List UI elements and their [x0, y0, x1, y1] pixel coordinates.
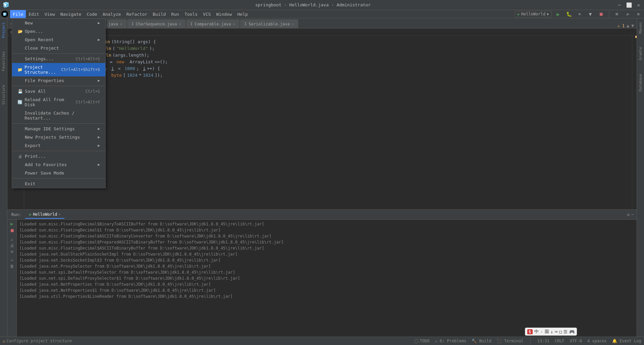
menu-item-export[interactable]: Export ▶: [12, 141, 105, 150]
tab-label-4: Comparable.java: [195, 22, 231, 26]
status-line-ending[interactable]: CRLF: [555, 339, 565, 343]
submenu-arrow-ide: ▶: [98, 127, 100, 131]
menu-item-invalidate-caches[interactable]: Invalidate Caches / Restart...: [12, 109, 105, 122]
print-btn[interactable]: 🖨: [10, 243, 14, 248]
menu-edit[interactable]: Edit: [26, 10, 42, 18]
console-line: [Loaded sun.net.spi.DefaultProxySelector…: [19, 275, 634, 281]
ime-toolbar: S 中 · 圆 ↓ ⌨ □ ☰ 🎮: [525, 328, 577, 336]
tab-charsequence[interactable]: I CharSequence.java ✕: [127, 19, 185, 28]
notification-icon[interactable]: 🔔 Event Log: [612, 339, 641, 343]
window-controls[interactable]: ─ ⬜ ✕: [616, 2, 641, 8]
menu-item-manage-ide[interactable]: Manage IDE Settings ▶: [12, 125, 105, 133]
code-content[interactable]: @ public static void main (String[] args…: [31, 36, 632, 209]
tab-serializable[interactable]: I Serializable.java ✕: [240, 19, 298, 28]
menu-item-open-recent[interactable]: Open Recent ▶: [12, 36, 105, 44]
stop-run-btn[interactable]: ⏹: [10, 228, 14, 233]
database-label[interactable]: Database: [638, 71, 643, 94]
ime-tools[interactable]: 🎮: [569, 329, 575, 334]
console-output[interactable]: [Loaded sun.misc.FloatingDecimal$BinaryT…: [17, 220, 637, 337]
minimize-button[interactable]: ─: [616, 2, 622, 8]
gradle-label[interactable]: Gradle: [638, 44, 643, 63]
run-tab-close[interactable]: ✕: [58, 212, 60, 216]
menu-item-new[interactable]: New ▶: [12, 19, 105, 27]
tab-comparable[interactable]: I Comparable.java ✕: [186, 19, 239, 28]
ime-round[interactable]: 圆: [545, 329, 549, 335]
menu-item-settings[interactable]: Settings... Ctrl+Alt+S: [12, 55, 105, 63]
run-button[interactable]: ▶: [554, 10, 562, 18]
settings-gear[interactable]: ⚙: [627, 212, 630, 217]
menu-tools[interactable]: Tools: [182, 10, 200, 18]
run-tab[interactable]: ▶ HelloWorld ✕: [25, 211, 65, 219]
menu-navigate[interactable]: Navigate: [58, 10, 84, 18]
menu-file[interactable]: File: [10, 10, 26, 18]
ime-list[interactable]: ☰: [564, 329, 568, 334]
build-tab[interactable]: 🔨 Build: [472, 339, 491, 343]
structure-label[interactable]: Structure: [1, 82, 6, 108]
interface-icon-1: I: [131, 22, 134, 26]
maven-label[interactable]: Maven: [638, 20, 643, 36]
menu-run[interactable]: Run: [168, 10, 181, 18]
tab-close-serializable[interactable]: ✕: [292, 22, 294, 26]
debug-button[interactable]: 🐛: [565, 10, 573, 18]
wrap-btn[interactable]: ↩: [11, 258, 13, 263]
menu-item-close-project[interactable]: Close Project: [12, 44, 105, 52]
status-warning-text[interactable]: Configure project structure: [6, 339, 72, 343]
run-with-coverage[interactable]: ⊙: [575, 10, 584, 18]
ime-chinese[interactable]: 中: [534, 329, 539, 335]
clear-btn[interactable]: 🗑: [10, 264, 14, 269]
todo-tab[interactable]: ⃝ TODO: [417, 339, 429, 343]
menu-item-exit[interactable]: Exit: [12, 180, 105, 188]
restore-button[interactable]: ⬜: [625, 2, 633, 8]
scroll-end-btn[interactable]: ↓: [11, 237, 13, 242]
menu-analyze[interactable]: Analyze: [100, 10, 124, 18]
run-config-selector[interactable]: ▶ HelloWorld ▼: [515, 11, 552, 17]
submenu-arrow-fav: ▶: [98, 162, 100, 167]
warning-nav-down[interactable]: ▼: [631, 23, 634, 28]
menu-build[interactable]: Build: [150, 10, 168, 18]
menu-view[interactable]: View: [42, 10, 58, 18]
menu-item-reload[interactable]: 🔄 Reload All from Disk Ctrl+Alt+Y: [12, 95, 105, 109]
file-menu-dropdown: New ▶ 📂 Open... Open Recent ▶ Close Proj…: [12, 18, 106, 188]
warning-nav-up[interactable]: ▲: [627, 23, 629, 28]
tab-label-5: Serializable.java: [249, 22, 290, 26]
stop-button[interactable]: ⏹: [597, 10, 605, 18]
ime-box[interactable]: □: [559, 329, 562, 334]
project-panel-label[interactable]: Project: [1, 20, 6, 41]
run-again-btn[interactable]: ▶: [10, 221, 13, 226]
terminal-tab[interactable]: ⬛ Terminal: [497, 339, 524, 343]
more-run-options[interactable]: ▼: [586, 10, 595, 18]
editor-tab-actions-right: ⚠ 1 ▲ ▼: [618, 23, 637, 28]
panel-minimize[interactable]: ─: [632, 212, 634, 217]
right-gutter[interactable]: [632, 36, 637, 209]
menu-item-project-structure[interactable]: 📁 Project Structure... Ctrl+Alt+Shift+S: [12, 63, 105, 76]
ime-down[interactable]: ↓: [551, 329, 553, 334]
menu-code[interactable]: Code: [84, 10, 100, 18]
settings-button[interactable]: ⚙: [634, 10, 643, 18]
str-helloworld: "HelloWorld": [116, 45, 148, 52]
close-button[interactable]: ✕: [636, 2, 641, 8]
menu-item-add-favorites[interactable]: Add to Favorites ▶: [12, 160, 105, 169]
menu-window[interactable]: Window: [214, 10, 235, 18]
tab-close-comparable[interactable]: ✕: [233, 22, 235, 26]
status-encoding[interactable]: UTF-8: [570, 339, 582, 343]
menu-item-file-properties[interactable]: File Properties ▶: [12, 76, 105, 85]
menu-item-power-save[interactable]: Power Save Mode: [12, 169, 105, 177]
console-line: [Loaded java.net.ProxySelector from D:\s…: [19, 263, 634, 269]
external-tools[interactable]: ⊞: [612, 10, 621, 18]
sync-button[interactable]: ⇄: [623, 10, 632, 18]
ime-keyboard[interactable]: ⌨: [555, 329, 557, 334]
problems-tab[interactable]: ⚠ 6: Problems: [435, 339, 466, 343]
menu-item-new-projects-settings[interactable]: New Projects Settings ▶: [12, 133, 105, 141]
menu-refactor[interactable]: Refactor: [124, 10, 150, 18]
status-indent[interactable]: 4 spaces: [587, 339, 607, 343]
menu-help[interactable]: Help: [235, 10, 251, 18]
menu-item-save-all[interactable]: 💾 Save All Ctrl+S: [12, 87, 105, 95]
menu-vcs[interactable]: VCS: [200, 10, 213, 18]
favorites-label[interactable]: Favorites: [1, 49, 6, 74]
left-sidebar-icons: Project Favorites Structure: [0, 18, 7, 337]
menu-item-print[interactable]: 🖨 Print...: [12, 152, 105, 160]
tab-close-string[interactable]: ✕: [120, 22, 122, 26]
settings-btn[interactable]: ⚙: [11, 249, 13, 254]
tab-close-charseq[interactable]: ✕: [179, 22, 181, 26]
menu-item-open[interactable]: 📂 Open...: [12, 27, 105, 36]
